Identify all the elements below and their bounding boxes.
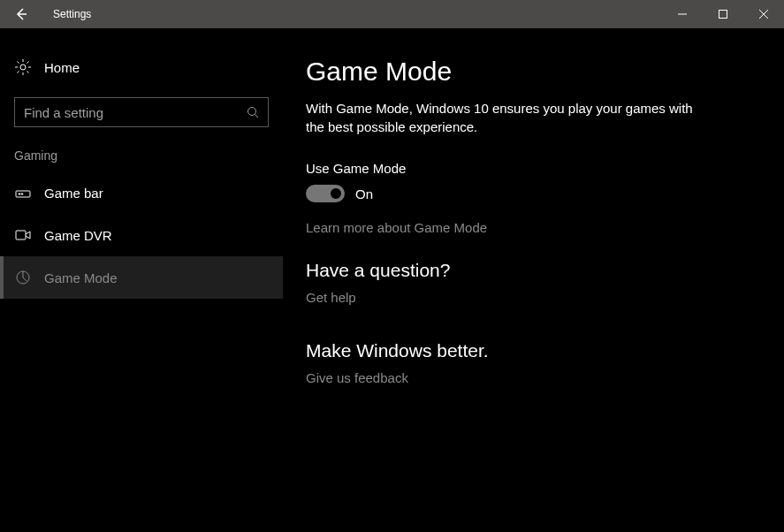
maximize-button[interactable] (703, 0, 743, 28)
search-box[interactable] (14, 97, 269, 127)
content: Game Mode With Game Mode, Windows 10 ens… (283, 28, 784, 532)
app-title: Settings (42, 8, 91, 20)
nav-label: Game Mode (44, 270, 118, 285)
game-bar-icon (14, 184, 32, 201)
nav-label: Game bar (44, 186, 103, 201)
close-icon (759, 10, 768, 19)
improve-heading: Make Windows better. (306, 340, 742, 361)
back-arrow-icon (14, 7, 28, 21)
search-icon[interactable] (238, 98, 268, 126)
question-heading: Have a question? (306, 260, 742, 281)
sidebar-item-game-mode[interactable]: Game Mode (0, 256, 283, 299)
game-dvr-icon (14, 226, 32, 244)
get-help-link[interactable]: Get help (306, 290, 742, 305)
minimize-button[interactable] (662, 0, 703, 28)
close-button[interactable] (743, 0, 784, 28)
svg-point-5 (21, 194, 23, 195)
gear-icon (14, 58, 32, 76)
sidebar-section-label: Gaming (0, 148, 283, 171)
home-label: Home (44, 60, 80, 75)
sidebar-item-game-bar[interactable]: Game bar (0, 171, 283, 214)
toggle-label: Use Game Mode (306, 161, 742, 176)
maximize-icon (719, 10, 727, 19)
sidebar: Home Gaming Game bar Game DVR (0, 28, 283, 532)
svg-rect-6 (16, 231, 26, 239)
toggle-knob (331, 188, 341, 199)
back-button[interactable] (0, 0, 42, 28)
page-description: With Game Mode, Windows 10 ensures you p… (306, 99, 695, 136)
minimize-icon (678, 10, 687, 19)
game-mode-icon (14, 269, 32, 286)
sidebar-item-game-dvr[interactable]: Game DVR (0, 214, 283, 256)
nav-label: Game DVR (44, 228, 112, 243)
game-mode-toggle[interactable] (306, 185, 345, 202)
toggle-state: On (355, 186, 373, 201)
feedback-link[interactable]: Give us feedback (306, 370, 742, 385)
home-nav[interactable]: Home (0, 49, 283, 85)
search-input[interactable] (15, 105, 238, 120)
page-title: Game Mode (306, 57, 742, 87)
svg-point-4 (19, 194, 20, 195)
svg-rect-0 (719, 11, 727, 19)
learn-more-link[interactable]: Learn more about Game Mode (306, 220, 742, 235)
titlebar: Settings (0, 0, 784, 28)
svg-point-1 (20, 65, 26, 70)
svg-point-2 (248, 108, 256, 116)
